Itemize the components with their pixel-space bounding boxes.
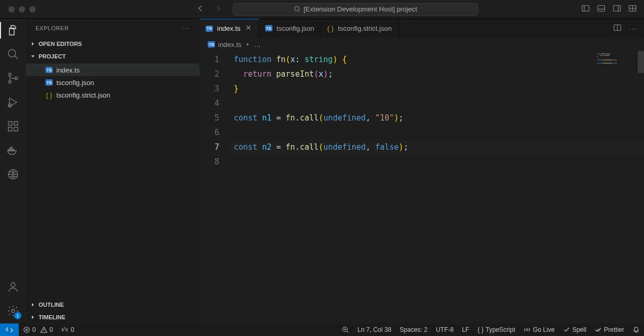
file-tree-item[interactable]: TSindex.ts xyxy=(26,64,199,76)
svg-rect-12 xyxy=(14,127,18,131)
svg-point-19 xyxy=(11,283,15,287)
indentation[interactable]: Spaces: 2 xyxy=(396,326,432,333)
problems-warnings[interactable]: 0 xyxy=(40,326,57,333)
editor-area: TSindex.tsTStsconfig.json{ }tsconfig.str… xyxy=(199,19,644,323)
nav-forward-icon[interactable] xyxy=(214,4,222,14)
project-section[interactable]: PROJECT xyxy=(26,50,199,63)
breadcrumb[interactable]: TS index.ts … xyxy=(199,38,644,51)
chevron-right-icon xyxy=(245,41,251,47)
check-icon xyxy=(563,326,570,333)
close-tab-icon[interactable] xyxy=(245,24,252,33)
close-window-icon[interactable] xyxy=(8,6,15,13)
svg-rect-11 xyxy=(8,127,12,131)
prettier[interactable]: Prettier xyxy=(590,326,628,333)
chevron-down-icon xyxy=(29,53,37,60)
file-tree-item[interactable]: TStsconfig.json xyxy=(26,76,199,89)
svg-point-5 xyxy=(8,50,16,57)
timeline-label: TIMELINE xyxy=(39,314,65,320)
errors-count: 0 xyxy=(32,326,36,333)
spell-check[interactable]: Spell xyxy=(559,326,591,333)
editor-tab[interactable]: TStsconfig.json xyxy=(259,19,321,38)
project-label: PROJECT xyxy=(39,53,66,59)
editor-tab[interactable]: TSindex.ts xyxy=(199,19,259,38)
activity-run-debug[interactable] xyxy=(7,96,19,109)
tab-label: index.ts xyxy=(217,25,241,32)
activity-docker[interactable] xyxy=(7,144,19,157)
svg-point-8 xyxy=(15,77,18,80)
split-editor-icon[interactable] xyxy=(613,23,622,33)
go-live[interactable]: Go Live xyxy=(519,326,558,333)
vertical-scrollbar[interactable] xyxy=(638,51,644,73)
svg-rect-10 xyxy=(8,122,12,125)
activity-remote[interactable] xyxy=(7,168,19,181)
code-editor[interactable]: 12345678 function fn(x: string) { return… xyxy=(199,51,644,323)
panel-right-icon[interactable] xyxy=(613,4,621,14)
breadcrumb-more[interactable]: … xyxy=(254,41,261,49)
chevron-right-icon xyxy=(29,301,37,308)
zoom-window-icon[interactable] xyxy=(29,6,35,13)
svg-rect-13 xyxy=(14,122,18,125)
more-tab-actions-icon[interactable]: ··· xyxy=(629,25,638,32)
layout-icon[interactable] xyxy=(628,4,637,14)
chevron-right-icon xyxy=(29,314,37,321)
svg-point-20 xyxy=(11,309,15,313)
svg-point-24 xyxy=(527,329,529,331)
ports-icon xyxy=(61,326,68,333)
svg-rect-1 xyxy=(582,6,589,11)
error-icon xyxy=(23,326,30,333)
notifications[interactable] xyxy=(628,326,644,333)
cursor-position[interactable]: Ln 7, Col 38 xyxy=(353,326,396,333)
file-name: index.ts xyxy=(56,66,80,74)
activity-account[interactable] xyxy=(7,281,19,293)
explorer-sidebar: EXPLORER ··· OPEN EDITORS PROJECT TSinde… xyxy=(26,19,199,323)
code-content[interactable]: function fn(x: string) { return parseInt… xyxy=(231,51,644,323)
json-file-icon: { } xyxy=(327,25,333,32)
window-controls[interactable] xyxy=(4,6,40,13)
minimap[interactable] xyxy=(597,53,639,61)
timeline-section[interactable]: TIMELINE xyxy=(26,311,199,323)
encoding[interactable]: UTF-8 xyxy=(432,326,458,333)
json-file-icon: { } xyxy=(46,91,52,99)
activity-search[interactable] xyxy=(7,48,19,61)
command-center-title: [Extension Development Host] project xyxy=(304,5,418,13)
status-bar: 0 0 0 Ln 7, Col 38 Spaces: 2 UTF-8 LF { … xyxy=(0,323,644,336)
ts-file-icon: TS xyxy=(206,26,213,32)
line-gutter[interactable]: 12345678 xyxy=(199,51,231,323)
panel-left-icon[interactable] xyxy=(581,4,590,14)
language-mode[interactable]: { } TypeScript xyxy=(473,326,519,333)
settings-badge: 1 xyxy=(14,312,21,319)
panel-bottom-icon[interactable] xyxy=(597,4,605,14)
ts-file-icon: TS xyxy=(45,79,53,86)
activity-bar: 1 xyxy=(0,19,26,323)
outline-section[interactable]: OUTLINE xyxy=(26,298,199,311)
open-editors-label: OPEN EDITORS xyxy=(39,41,82,47)
editor-tab[interactable]: { }tsconfig.strict.json xyxy=(321,19,399,38)
remote-indicator[interactable] xyxy=(0,323,19,336)
nav-back-icon[interactable] xyxy=(196,4,205,14)
file-name: tsconfig.json xyxy=(56,79,94,87)
more-actions-icon[interactable]: ··· xyxy=(182,25,190,31)
open-editors-section[interactable]: OPEN EDITORS xyxy=(26,38,199,50)
tab-label: tsconfig.strict.json xyxy=(338,25,391,32)
ports[interactable]: 0 xyxy=(57,326,78,333)
chevron-right-icon xyxy=(29,40,37,47)
svg-point-7 xyxy=(9,81,11,83)
svg-rect-17 xyxy=(10,147,12,149)
activity-explorer[interactable] xyxy=(7,24,19,37)
problems-errors[interactable]: 0 xyxy=(19,326,40,333)
ts-file-icon: TS xyxy=(45,67,53,73)
minimize-window-icon[interactable] xyxy=(19,6,25,13)
broadcast-icon xyxy=(523,326,531,333)
eol[interactable]: LF xyxy=(458,326,473,333)
warning-icon xyxy=(40,326,47,333)
tab-label: tsconfig.json xyxy=(277,25,314,32)
zoom-reset[interactable] xyxy=(338,326,353,333)
file-tree-item[interactable]: { }tsconfig.strict.json xyxy=(26,89,199,101)
outline-label: OUTLINE xyxy=(39,302,64,308)
activity-settings[interactable]: 1 xyxy=(7,305,19,317)
command-center[interactable]: [Extension Development Host] project xyxy=(233,3,478,16)
activity-extensions[interactable] xyxy=(7,120,19,133)
ts-file-icon: TS xyxy=(208,41,215,47)
breadcrumb-file[interactable]: index.ts xyxy=(218,41,242,49)
activity-scm[interactable] xyxy=(7,72,19,85)
